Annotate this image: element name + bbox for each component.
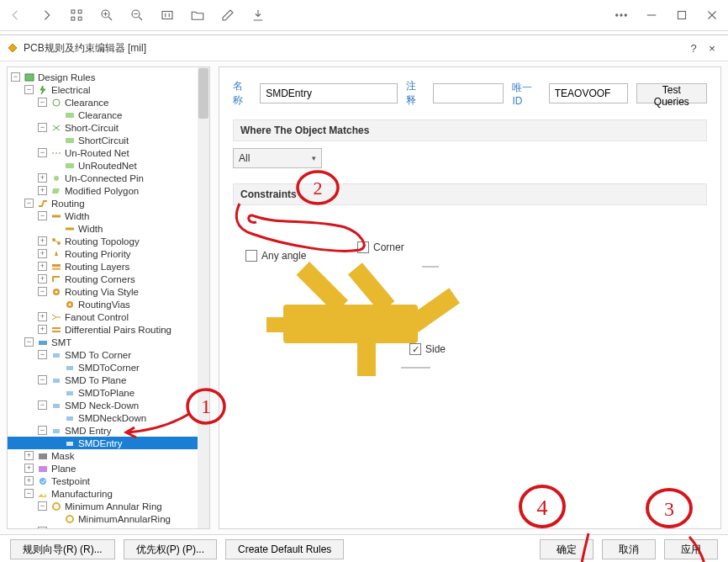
- svg-rect-28: [53, 379, 60, 383]
- svg-point-8: [620, 14, 622, 16]
- rule-icon: [64, 438, 76, 448]
- titlebar: PCB规则及约束编辑器 [mil] ? ×: [0, 35, 728, 61]
- svg-rect-14: [66, 138, 74, 143]
- clearance-icon: [50, 98, 62, 108]
- chevron-down-icon: ▾: [312, 154, 316, 162]
- svg-rect-27: [66, 366, 73, 370]
- fit-icon[interactable]: [160, 8, 175, 23]
- more-icon[interactable]: [614, 8, 629, 23]
- where-value: All: [239, 152, 250, 164]
- rule-icon: [64, 110, 76, 120]
- forward-icon[interactable]: [39, 8, 54, 23]
- svg-rect-19: [52, 264, 61, 267]
- constraints-area: Any angle ✓Corner ✓Side: [233, 212, 707, 517]
- close-button[interactable]: ×: [703, 42, 721, 55]
- maximize-icon[interactable]: [674, 8, 689, 23]
- corner-icon: [50, 274, 62, 284]
- rules-icon: [24, 72, 35, 82]
- download-icon[interactable]: [251, 8, 266, 23]
- rule-icon: [64, 300, 76, 310]
- svg-rect-41: [266, 317, 292, 332]
- electrical-icon: [37, 85, 49, 95]
- folder-icon[interactable]: [190, 8, 205, 23]
- priority-button[interactable]: 优先权(P) (P)...: [124, 539, 217, 559]
- help-button[interactable]: ?: [684, 42, 703, 55]
- tree-row-selected[interactable]: SMDEntry: [8, 437, 209, 449]
- grid-icon[interactable]: [69, 8, 84, 23]
- svg-rect-31: [66, 416, 73, 421]
- comment-label: 注释: [406, 79, 425, 108]
- window-title: PCB规则及约束编辑器 [mil]: [24, 41, 146, 56]
- id-input[interactable]: [549, 83, 628, 103]
- expand-toggle[interactable]: −: [11, 72, 20, 82]
- svg-point-36: [40, 478, 46, 485]
- back-icon[interactable]: [8, 8, 24, 23]
- svg-point-7: [616, 14, 618, 16]
- svg-point-22: [55, 290, 58, 293]
- create-defaults-button[interactable]: Create Default Rules: [225, 539, 344, 559]
- rules-tree[interactable]: −Design Rules −Electrical −Clearance Cle…: [7, 66, 210, 529]
- svg-rect-40: [357, 330, 376, 376]
- where-combo[interactable]: All▾: [233, 148, 322, 168]
- constraints-section-header: Constraints: [233, 183, 707, 205]
- dialog-footer: 规则向导(R) (R)... 优先权(P) (P)... Create Defa…: [0, 534, 728, 562]
- checkbox-box: [245, 250, 257, 262]
- rules-editor-window: PCB规则及约束编辑器 [mil] ? × −Design Rules −Ele…: [0, 34, 728, 562]
- unrouted-icon: [50, 148, 62, 158]
- annular-icon: [50, 501, 62, 512]
- rule-icon: [64, 413, 76, 423]
- svg-rect-11: [25, 74, 34, 81]
- app-logo-icon: [7, 42, 18, 54]
- svg-rect-15: [66, 163, 74, 168]
- svg-rect-29: [66, 391, 73, 395]
- angle-icon: [50, 527, 62, 530]
- name-label: 名称: [233, 79, 251, 108]
- where-section-header: Where The Object Matches: [233, 119, 707, 141]
- tree-scrollbar[interactable]: [198, 67, 209, 528]
- ok-button[interactable]: 确定: [540, 539, 593, 559]
- minimize-icon[interactable]: [644, 8, 659, 23]
- manuf-icon: [37, 489, 49, 499]
- svg-rect-39: [283, 305, 418, 343]
- priority-icon: [50, 249, 62, 259]
- edit-icon[interactable]: [220, 8, 235, 23]
- polygon-icon: [50, 186, 62, 196]
- svg-point-16: [54, 176, 59, 181]
- rule-panel: 名称 注释 唯一ID Test Queries Where The Object…: [219, 66, 721, 529]
- smt-icon: [37, 337, 49, 347]
- topo-icon: [50, 236, 62, 247]
- scrollbar-thumb[interactable]: [198, 68, 208, 119]
- svg-rect-20: [52, 268, 61, 270]
- rule-icon: [64, 161, 76, 171]
- svg-rect-25: [39, 341, 47, 345]
- svg-rect-26: [53, 353, 60, 358]
- cancel-button[interactable]: 取消: [602, 539, 656, 559]
- apply-button[interactable]: 应用: [664, 539, 718, 559]
- diffpair-icon: [50, 325, 62, 335]
- svg-rect-0: [71, 10, 75, 13]
- rule-icon: [64, 135, 76, 146]
- rule-icon: [64, 224, 76, 234]
- short-icon: [50, 123, 62, 133]
- smd-icon: [50, 400, 62, 411]
- close-app-icon[interactable]: [704, 8, 720, 23]
- rule-icon: [64, 388, 76, 398]
- rule-wizard-button[interactable]: 规则向导(R) (R)...: [10, 539, 115, 559]
- test-queries-button[interactable]: Test Queries: [636, 83, 707, 103]
- svg-rect-13: [66, 113, 74, 118]
- zoom-out-icon[interactable]: [129, 8, 145, 23]
- name-input[interactable]: [260, 83, 398, 103]
- svg-rect-34: [39, 453, 47, 459]
- comment-input[interactable]: [433, 83, 504, 103]
- smd-icon: [50, 350, 62, 360]
- svg-rect-3: [78, 17, 82, 20]
- svg-point-38: [66, 516, 73, 522]
- via-icon: [50, 287, 62, 297]
- zoom-in-icon[interactable]: [99, 8, 114, 23]
- app-toolbar: [0, 0, 728, 31]
- svg-point-37: [53, 503, 60, 510]
- smd-icon: [50, 375, 62, 385]
- smd-entry-diagram: [258, 233, 477, 384]
- svg-rect-2: [71, 17, 75, 20]
- tree-label[interactable]: Design Rules: [38, 72, 95, 82]
